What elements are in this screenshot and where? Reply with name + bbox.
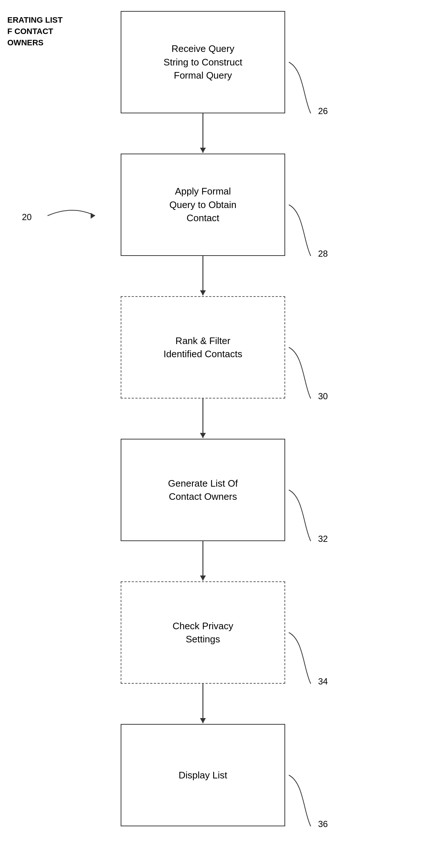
box-label-box3: Rank & Filter Identified Contacts <box>163 334 242 361</box>
flow-box-box5: Check Privacy Settings <box>121 581 285 684</box>
box-label-box5: Check Privacy Settings <box>173 619 233 646</box>
ref-number-34: 34 <box>318 676 328 687</box>
curl-1 <box>289 205 311 256</box>
arrowhead-3 <box>200 575 206 581</box>
arrowhead-1 <box>200 290 206 295</box>
arrowhead-4 <box>200 718 206 723</box>
ref-number-32: 32 <box>318 534 328 544</box>
ref-number-30: 30 <box>318 391 328 401</box>
curl-0 <box>289 62 311 113</box>
flow-box-box1: Receive Query String to Construct Formal… <box>121 11 285 113</box>
curl-3 <box>289 490 311 541</box>
box-label-box1: Receive Query String to Construct Formal… <box>163 42 242 82</box>
flow-box-box4: Generate List Of Contact Owners <box>121 439 285 541</box>
arrowhead-0 <box>200 148 206 153</box>
box-label-box2: Apply Formal Query to Obtain Contact <box>169 185 237 224</box>
label-20: 20 <box>22 212 32 222</box>
diagram-container: ERATING LIST F CONTACT OWNERS 20 Receive… <box>0 0 438 868</box>
curl-4 <box>289 633 311 684</box>
ref-number-26: 26 <box>318 106 328 116</box>
flow-box-box6: Display List <box>121 724 285 826</box>
ref-number-28: 28 <box>318 249 328 259</box>
arrowhead-2 <box>200 433 206 438</box>
ref-number-36: 36 <box>318 819 328 829</box>
curl-2 <box>289 347 311 399</box>
flow-box-box2: Apply Formal Query to Obtain Contact <box>121 154 285 256</box>
flow-box-box3: Rank & Filter Identified Contacts <box>121 296 285 399</box>
box-label-box4: Generate List Of Contact Owners <box>168 477 238 503</box>
svg-marker-0 <box>91 213 95 219</box>
diagram-title: ERATING LIST F CONTACT OWNERS <box>7 15 63 48</box>
box-label-box6: Display List <box>179 769 227 782</box>
curl-5 <box>289 775 311 826</box>
